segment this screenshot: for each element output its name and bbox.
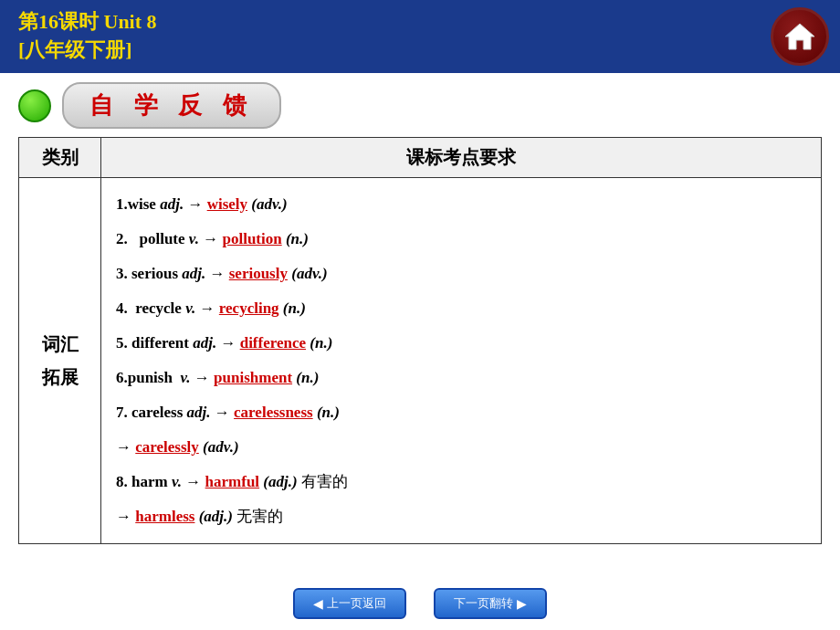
prev-button[interactable]: ◀ 上一页返回 (293, 588, 406, 619)
word-5: 5. different (116, 334, 189, 352)
next-label: 下一页翻转 (454, 595, 513, 612)
vocab-item-8a: 8. harm v. → harmful (adj.) 有害的 (116, 465, 806, 499)
main-content-table-wrap: 类别 课标考点要求 词汇拓展 1.wise adj. → wisely (adv… (18, 137, 822, 566)
vocab-item-6: 6.punish v. → punishment (n.) (116, 361, 806, 395)
fill-7a: carelessness (234, 404, 313, 421)
pos-7: adj. (187, 404, 211, 421)
prev-label: 上一页返回 (327, 595, 386, 612)
next-arrow-icon: ▶ (517, 596, 527, 612)
arrow-5: → (220, 334, 239, 352)
fill-2: pollution (222, 230, 281, 247)
svg-marker-0 (785, 24, 814, 49)
table-header-category: 类别 (19, 138, 101, 178)
vocab-item-7b: → carelessly (adv.) (116, 430, 806, 465)
vocab-item-5: 5. different adj. → difference (n.) (116, 326, 806, 361)
pos-3: adj. (182, 265, 205, 282)
meaning-8b: 无害的 (236, 508, 283, 525)
result-pos-8a: (adj.) (263, 473, 297, 490)
green-circle-icon (18, 89, 51, 122)
pos-8: v. (172, 473, 182, 490)
result-pos-6: (n.) (296, 369, 319, 386)
fill-8b: harmless (135, 508, 194, 525)
prev-arrow-icon: ◀ (313, 596, 323, 612)
lesson-unit-title: 第16课时 Unit 8 (18, 8, 157, 37)
vocab-item-7a: 7. careless adj. → carelessness (n.) (116, 395, 806, 430)
pos-5: adj. (193, 334, 216, 352)
category-cell: 词汇拓展 (19, 178, 101, 544)
pos-2: v. (189, 230, 199, 247)
header-title: 第16课时 Unit 8 [八年级下册] (18, 8, 157, 65)
fill-4: recycling (219, 299, 279, 317)
word-8: 8. harm (116, 473, 168, 490)
next-button[interactable]: 下一页翻转 ▶ (434, 588, 547, 619)
bottom-navigation: ◀ 上一页返回 下一页翻转 ▶ (0, 588, 840, 619)
fill-5: difference (240, 334, 306, 352)
table-row: 词汇拓展 1.wise adj. → wisely (adv.) 2. poll… (19, 178, 822, 544)
header: 第16课时 Unit 8 [八年级下册] (0, 0, 840, 73)
arrow-8a: → (185, 473, 205, 490)
fill-6: punishment (214, 369, 292, 386)
result-pos-4: (n.) (283, 299, 306, 317)
vocabulary-table: 类别 课标考点要求 词汇拓展 1.wise adj. → wisely (adv… (18, 137, 822, 544)
arrow-6: → (194, 369, 214, 386)
word-2: 2. pollute (116, 230, 185, 247)
fill-3: seriously (229, 265, 288, 282)
result-pos-1: (adv.) (251, 195, 288, 213)
word-7: 7. careless (116, 404, 183, 421)
pos-1: adj. (160, 195, 184, 213)
pos-4: v. (185, 299, 195, 317)
vocab-item-1: 1.wise adj. → wisely (adv.) (116, 187, 806, 222)
home-icon (783, 20, 816, 53)
word-3: 3. serious (116, 265, 178, 282)
result-pos-7b: (adv.) (203, 438, 239, 456)
table-header-requirement: 课标考点要求 (101, 138, 822, 178)
meaning-8a: 有害的 (301, 473, 348, 490)
word-1: 1.wise (116, 195, 156, 213)
vocab-item-3: 3. serious adj. → seriously (adv.) (116, 257, 806, 291)
result-pos-5: (n.) (310, 334, 332, 352)
section-title-bar: 自 学 反 馈 (18, 82, 281, 129)
result-pos-7a: (n.) (317, 404, 340, 421)
word-4: 4. recycle (116, 299, 182, 317)
arrow-4: → (200, 299, 219, 317)
fill-8a: harmful (205, 473, 260, 490)
pos-6: v. (176, 369, 190, 386)
vocab-item-2: 2. pollute v. → pollution (n.) (116, 222, 806, 257)
home-button[interactable] (771, 7, 829, 66)
subtitle: [八年级下册] (18, 37, 157, 65)
section-label: 自 学 反 馈 (62, 82, 281, 129)
vocab-item-8b: → harmless (adj.) 无害的 (116, 499, 806, 534)
content-cell: 1.wise adj. → wisely (adv.) 2. pollute v… (101, 178, 822, 544)
arrow-7a: → (215, 404, 234, 421)
word-6: 6.punish (116, 369, 173, 386)
arrow-2: → (203, 230, 222, 247)
result-pos-8b: (adj.) (199, 508, 233, 525)
fill-1: wisely (207, 195, 247, 213)
arrow-7b-prefix: → (116, 438, 135, 456)
arrow-3: → (209, 265, 228, 282)
result-pos-2: (n.) (286, 230, 309, 247)
result-pos-3: (adv.) (291, 265, 328, 282)
vocab-item-4: 4. recycle v. → recycling (n.) (116, 291, 806, 326)
arrow-1: → (187, 195, 206, 213)
fill-7b: carelessly (135, 438, 199, 456)
arrow-8b-prefix: → (116, 508, 135, 525)
